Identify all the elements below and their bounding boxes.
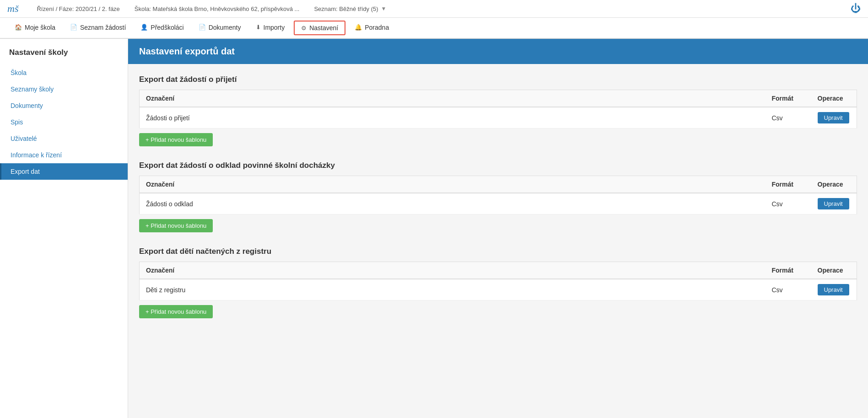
cell-format: Csv xyxy=(766,107,811,129)
col-oznaceni-header: Označení xyxy=(140,90,766,107)
col-format-header: Formát xyxy=(766,176,811,193)
breadcrumb-1: Řízení / Fáze: 2020/21 / 2. fáze xyxy=(37,5,119,12)
nav-importy[interactable]: ⬇ Importy xyxy=(248,18,292,38)
col-format-header: Formát xyxy=(766,262,811,279)
table-row: Žádosti o odklad Csv Upravit xyxy=(140,193,857,214)
section-registr-title: Export dat dětí načtených z registru xyxy=(139,247,857,256)
user-icon: 👤 xyxy=(140,24,148,31)
section-registr: Export dat dětí načtených z registru Ozn… xyxy=(139,247,857,318)
page-title: Nastavení exportů dat xyxy=(139,46,235,56)
table-header-row: Označení Formát Operace xyxy=(140,90,857,107)
main-layout: Nastavení školy Škola Seznamy školy Doku… xyxy=(0,39,868,418)
home-icon: 🏠 xyxy=(15,24,22,31)
nav-moje-skola[interactable]: 🏠 Moje škola xyxy=(7,18,63,38)
sidebar-title: Nastavení školy xyxy=(0,48,128,64)
sidebar-item-skola[interactable]: Škola xyxy=(0,64,128,81)
sidebar-item-uzivatele[interactable]: Uživatelé xyxy=(0,130,128,147)
page-header: Nastavení exportů dat xyxy=(128,39,868,64)
col-oznaceni-header: Označení xyxy=(140,262,766,279)
col-format-header: Formát xyxy=(766,90,811,107)
nav-poradna[interactable]: 🔔 Poradna xyxy=(347,18,396,38)
sidebar: Nastavení školy Škola Seznamy školy Doku… xyxy=(0,39,128,418)
table-registr: Označení Formát Operace Děti z registru … xyxy=(139,262,857,300)
cell-oznaceni: Žádosti o odklad xyxy=(140,193,766,214)
power-button[interactable]: ⏻ xyxy=(851,3,861,15)
col-operace-header: Operace xyxy=(811,176,857,193)
table-odklad: Označení Formát Operace Žádosti o odklad… xyxy=(139,176,857,214)
edit-button-registr[interactable]: Upravit xyxy=(818,284,849,295)
section-odklad: Export dat žádostí o odklad povinné škol… xyxy=(139,161,857,232)
add-template-button-prijeti[interactable]: + Přidat novou šablonu xyxy=(139,133,213,146)
add-template-button-odklad[interactable]: + Přidat novou šablonu xyxy=(139,219,213,232)
edit-button-odklad[interactable]: Upravit xyxy=(818,198,849,209)
cell-operace: Upravit xyxy=(811,279,857,300)
section-odklad-title: Export dat žádostí o odklad povinné škol… xyxy=(139,161,857,170)
breadcrumb-2: Škola: Mateřská škola Brno, Hněvkovského… xyxy=(135,5,300,12)
table-header-row: Označení Formát Operace xyxy=(140,262,857,279)
gear-icon: ⚙ xyxy=(301,25,307,32)
add-template-button-registr[interactable]: + Přidat novou šablonu xyxy=(139,305,213,318)
cell-oznaceni: Žádosti o přijetí xyxy=(140,107,766,129)
logo-text: mš xyxy=(7,4,18,14)
breadcrumb-3: Seznam: Běžné třídy (5) ▼ xyxy=(314,5,386,12)
section-prijeti-title: Export dat žádostí o přijetí xyxy=(139,75,857,84)
document-icon: 📄 xyxy=(199,24,206,31)
sidebar-item-informace[interactable]: Informace k řízení xyxy=(0,147,128,163)
sidebar-item-seznamy[interactable]: Seznamy školy xyxy=(0,81,128,97)
nav-seznam-zadosti[interactable]: 📄 Seznam žádostí xyxy=(63,18,133,38)
table-prijeti: Označení Formát Operace Žádosti o přijet… xyxy=(139,90,857,129)
table-row: Žádosti o přijetí Csv Upravit xyxy=(140,107,857,129)
top-bar: mš Řízení / Fáze: 2020/21 / 2. fáze Škol… xyxy=(0,0,868,18)
sidebar-item-spis[interactable]: Spis xyxy=(0,114,128,130)
cell-operace: Upravit xyxy=(811,193,857,214)
nav-bar: 🏠 Moje škola 📄 Seznam žádostí 👤 Předškol… xyxy=(0,18,868,39)
dropdown-arrow-icon[interactable]: ▼ xyxy=(381,5,387,12)
nav-nastaveni[interactable]: ⚙ Nastavení xyxy=(294,21,345,35)
import-icon: ⬇ xyxy=(256,24,261,31)
list-icon: 📄 xyxy=(70,24,77,31)
cell-operace: Upravit xyxy=(811,107,857,129)
cell-format: Csv xyxy=(766,279,811,300)
bell-icon: 🔔 xyxy=(355,24,362,31)
col-operace-header: Operace xyxy=(811,90,857,107)
content-area: Export dat žádostí o přijetí Označení Fo… xyxy=(128,64,868,344)
cell-format: Csv xyxy=(766,193,811,214)
main-content: Nastavení exportů dat Export dat žádostí… xyxy=(128,39,868,418)
col-operace-header: Operace xyxy=(811,262,857,279)
sidebar-item-dokumenty[interactable]: Dokumenty xyxy=(0,97,128,114)
sidebar-item-export-dat[interactable]: Export dat xyxy=(0,163,128,180)
cell-oznaceni: Děti z registru xyxy=(140,279,766,300)
section-prijeti: Export dat žádostí o přijetí Označení Fo… xyxy=(139,75,857,146)
nav-dokumenty[interactable]: 📄 Dokumenty xyxy=(191,18,248,38)
table-row: Děti z registru Csv Upravit xyxy=(140,279,857,300)
edit-button-prijeti[interactable]: Upravit xyxy=(818,112,849,123)
col-oznaceni-header: Označení xyxy=(140,176,766,193)
table-header-row: Označení Formát Operace xyxy=(140,176,857,193)
nav-predskolaci[interactable]: 👤 Předškoláci xyxy=(133,18,191,38)
